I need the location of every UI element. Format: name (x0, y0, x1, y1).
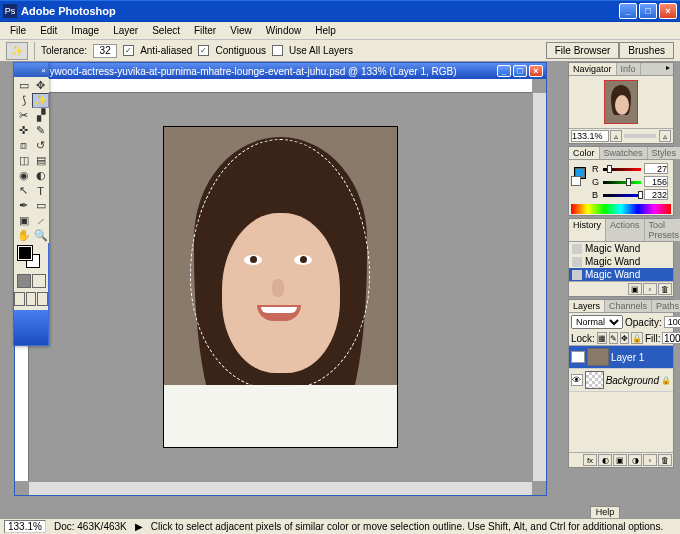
standard-mode-button[interactable] (17, 274, 31, 288)
styles-tab[interactable]: Styles (648, 147, 680, 159)
layer-style-button[interactable]: fx (583, 454, 597, 466)
b-slider[interactable] (603, 191, 641, 199)
horizontal-scrollbar[interactable] (29, 481, 532, 495)
navigator-panel[interactable]: Navigator Info ▸ ▵ ▵ (568, 62, 674, 144)
lock-all-button[interactable]: 🔒 (631, 332, 643, 344)
file-browser-tab[interactable]: File Browser (546, 42, 620, 59)
vertical-scrollbar[interactable] (532, 93, 546, 481)
menu-layer[interactable]: Layer (107, 24, 144, 37)
dodge-tool[interactable]: ◐ (32, 168, 49, 183)
opacity-input[interactable] (664, 316, 680, 328)
info-tab[interactable]: Info (617, 63, 641, 75)
history-tab[interactable]: History (569, 219, 606, 241)
shape-tool[interactable]: ▭ (32, 198, 49, 213)
color-tab[interactable]: Color (569, 147, 600, 159)
panel-menu-icon[interactable]: ▸ (663, 63, 673, 75)
g-input[interactable] (644, 176, 668, 187)
menu-window[interactable]: Window (260, 24, 308, 37)
channels-tab[interactable]: Channels (605, 300, 652, 312)
menu-edit[interactable]: Edit (34, 24, 63, 37)
history-item[interactable]: Magic Wand (569, 268, 673, 281)
new-snapshot-button[interactable]: ▣ (628, 283, 642, 295)
quickmask-mode-button[interactable] (32, 274, 46, 288)
doc-close-button[interactable]: × (529, 65, 543, 77)
foreground-color-swatch[interactable] (18, 246, 32, 260)
color-panel[interactable]: Color Swatches Styles ▸ R G B (568, 146, 674, 216)
toolbox-close-icon[interactable]: × (41, 66, 46, 75)
layers-tab[interactable]: Layers (569, 300, 605, 312)
anti-aliased-checkbox[interactable]: ✓ (123, 45, 134, 56)
status-zoom[interactable]: 133.1% (4, 520, 46, 533)
brushes-tab[interactable]: Brushes (619, 42, 674, 59)
lasso-tool[interactable]: ⟆ (15, 93, 32, 108)
notes-tool[interactable]: ▣ (15, 213, 32, 228)
horizontal-ruler[interactable] (29, 79, 532, 93)
layer-thumbnail[interactable] (587, 348, 609, 366)
new-document-button[interactable]: ▫ (643, 283, 657, 295)
r-input[interactable] (644, 163, 668, 174)
path-tool[interactable]: ↖ (15, 183, 32, 198)
color-ramp[interactable] (571, 204, 671, 214)
menu-file[interactable]: File (4, 24, 32, 37)
brush-tool[interactable]: ✎ (32, 123, 49, 138)
fill-input[interactable] (662, 332, 680, 344)
eraser-tool[interactable]: ◫ (15, 153, 32, 168)
visibility-toggle[interactable]: 👁 (571, 351, 585, 363)
minimize-button[interactable]: _ (619, 3, 637, 19)
bg-color-preview[interactable] (571, 176, 581, 186)
lock-position-button[interactable]: ✥ (620, 332, 629, 344)
paths-tab[interactable]: Paths (652, 300, 680, 312)
doc-minimize-button[interactable]: _ (497, 65, 511, 77)
eyedropper-tool[interactable]: ⟋ (32, 213, 49, 228)
tolerance-input[interactable] (93, 44, 117, 58)
b-input[interactable] (644, 189, 668, 200)
contiguous-checkbox[interactable]: ✓ (198, 45, 209, 56)
history-item[interactable]: Magic Wand (569, 242, 673, 255)
menu-filter[interactable]: Filter (188, 24, 222, 37)
lock-image-button[interactable]: ✎ (609, 332, 618, 344)
menu-select[interactable]: Select (146, 24, 186, 37)
healing-tool[interactable]: ✜ (15, 123, 32, 138)
status-doc-size[interactable]: Doc: 463K/463K (54, 521, 127, 532)
type-tool[interactable]: T (32, 183, 49, 198)
pen-tool[interactable]: ✒ (15, 198, 32, 213)
menu-image[interactable]: Image (65, 24, 105, 37)
zoom-slider[interactable] (624, 134, 656, 138)
marquee-tool[interactable]: ▭ (15, 78, 32, 93)
layer-row[interactable]: 👁 Layer 1 (569, 346, 673, 369)
history-item[interactable]: Magic Wand (569, 255, 673, 268)
gradient-tool[interactable]: ▤ (32, 153, 49, 168)
layer-name[interactable]: Background (606, 375, 659, 386)
zoom-tool[interactable]: 🔍 (32, 228, 49, 243)
r-slider[interactable] (603, 165, 641, 173)
visibility-toggle[interactable]: 👁 (571, 374, 583, 386)
screen-mode-1[interactable] (14, 292, 25, 306)
maximize-button[interactable]: □ (639, 3, 657, 19)
new-layer-button[interactable]: ▫ (643, 454, 657, 466)
menu-help[interactable]: Help (309, 24, 342, 37)
current-tool-icon[interactable]: ✨ (6, 42, 28, 60)
color-swatch[interactable] (14, 244, 48, 272)
blend-mode-select[interactable]: Normal (571, 315, 623, 329)
crop-tool[interactable]: ✂ (15, 108, 32, 123)
navigator-thumbnail[interactable] (604, 80, 638, 124)
doc-maximize-button[interactable]: □ (513, 65, 527, 77)
close-button[interactable]: × (659, 3, 677, 19)
menu-view[interactable]: View (224, 24, 258, 37)
delete-state-button[interactable]: 🗑 (658, 283, 672, 295)
adjustment-layer-button[interactable]: ◑ (628, 454, 642, 466)
layers-panel[interactable]: Layers Channels Paths ▸ Normal Opacity: … (568, 299, 674, 468)
tool-presets-tab[interactable]: Tool Presets (645, 219, 680, 241)
g-slider[interactable] (603, 178, 641, 186)
new-set-button[interactable]: ▣ (613, 454, 627, 466)
zoom-input[interactable] (571, 130, 609, 142)
document-titlebar[interactable]: i bollywood-actress-yuvika-at-purnima-mh… (15, 63, 546, 79)
canvas-viewport[interactable] (29, 93, 532, 481)
delete-layer-button[interactable]: 🗑 (658, 454, 672, 466)
jump-to-imageready[interactable] (14, 310, 48, 345)
layer-name[interactable]: Layer 1 (611, 352, 644, 363)
toolbox-titlebar[interactable]: × (14, 63, 48, 77)
screen-mode-2[interactable] (26, 292, 37, 306)
swatches-tab[interactable]: Swatches (600, 147, 648, 159)
blur-tool[interactable]: ◉ (15, 168, 32, 183)
